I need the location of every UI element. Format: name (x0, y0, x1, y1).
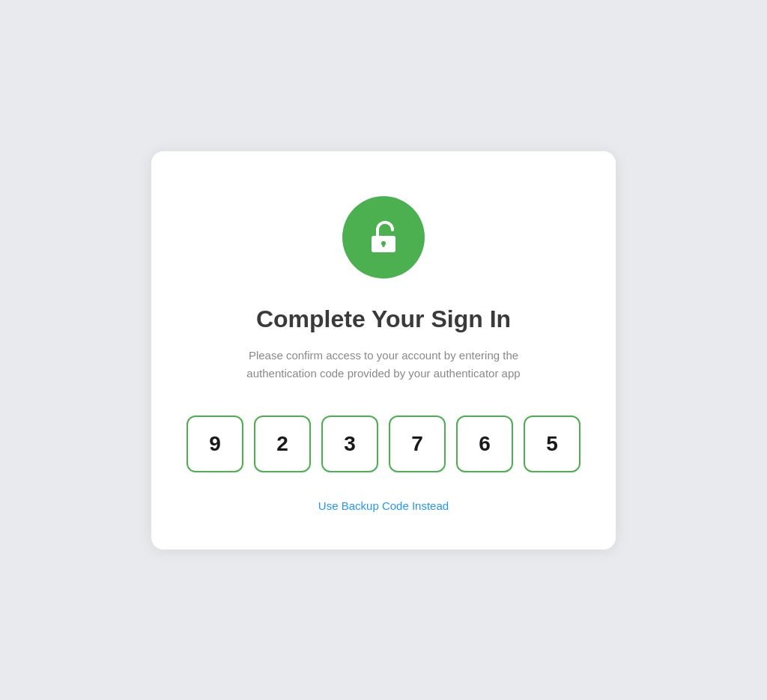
otp-digit-2[interactable] (254, 416, 311, 472)
signin-card: Complete Your Sign In Please confirm acc… (151, 151, 616, 550)
otp-digit-3[interactable] (321, 416, 378, 472)
otp-digit-4[interactable] (389, 416, 446, 472)
svg-rect-2 (383, 243, 385, 247)
backup-code-link[interactable]: Use Backup Code Instead (318, 499, 449, 512)
otp-digit-6[interactable] (524, 416, 580, 472)
otp-digit-1[interactable] (187, 416, 243, 472)
unlock-icon-circle (342, 196, 425, 279)
unlock-icon (364, 218, 403, 257)
otp-digit-5[interactable] (456, 416, 513, 472)
page-description: Please confirm access to your account by… (234, 347, 533, 383)
otp-input-group (187, 416, 580, 472)
page-title: Complete Your Sign In (256, 305, 511, 333)
